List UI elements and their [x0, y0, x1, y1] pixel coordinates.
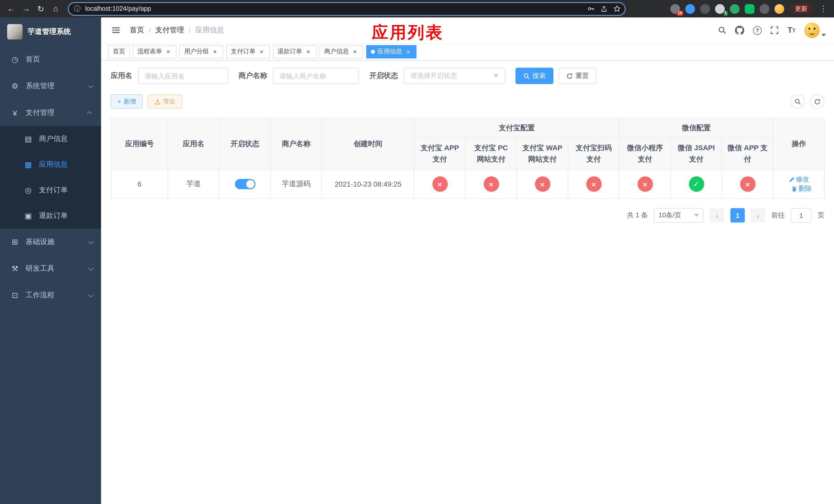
- page-content: 应用名 商户名称 开启状态 请选择开启状态 搜索: [101, 61, 834, 504]
- col-merchant: 商户名称: [270, 118, 322, 169]
- tab-merchant-info[interactable]: 商户信息: [320, 45, 363, 58]
- github-icon[interactable]: [735, 26, 744, 35]
- plus-icon: +: [117, 98, 121, 105]
- status-select[interactable]: 请选择开启状态: [404, 68, 505, 84]
- edit-link-label: 修改: [796, 175, 809, 184]
- password-key-icon[interactable]: [587, 5, 594, 12]
- col-app-id: 应用编号: [111, 118, 168, 169]
- toggle-search-button[interactable]: [790, 94, 805, 109]
- add-button[interactable]: + 新增: [111, 94, 142, 109]
- extension-icon[interactable]: [745, 4, 754, 14]
- tab-home[interactable]: 首页: [108, 45, 130, 58]
- sidebar-item-dev-tools[interactable]: ⚒ 研发工具: [0, 255, 101, 282]
- sidebar-logo-row[interactable]: 芋道管理系统: [0, 18, 101, 46]
- sidebar: 芋道管理系统 ◷ 首页 ⚙ 系统管理 ¥ 支付管理: [0, 18, 101, 504]
- app-name-input[interactable]: [145, 72, 222, 80]
- help-icon[interactable]: ?: [753, 26, 762, 35]
- sidebar-item-pay-order[interactable]: ◎ 支付订单: [0, 177, 101, 203]
- breadcrumb-payment[interactable]: 支付管理: [155, 26, 184, 35]
- close-icon[interactable]: [405, 48, 412, 55]
- edit-link[interactable]: 修改: [789, 175, 809, 184]
- pagination-total: 共 1 条: [627, 211, 648, 220]
- cell-wx-jsapi: ✓: [671, 169, 722, 199]
- pagination: 共 1 条 10条/页 ‹ 1 › 前往 页: [111, 208, 824, 223]
- merchant-name-input[interactable]: [280, 72, 352, 80]
- extension-icon[interactable]: 1: [715, 4, 725, 14]
- close-icon[interactable]: [351, 48, 358, 55]
- refund-doc-icon: ▣: [24, 211, 33, 221]
- user-menu[interactable]: [804, 23, 826, 38]
- sidebar-item-app-info[interactable]: ▦ 应用信息: [0, 152, 101, 177]
- config-status-icon: ✓: [688, 176, 704, 192]
- address-bar[interactable]: ⓘ localhost:1024/pay/app: [68, 2, 626, 16]
- user-avatar: [804, 23, 820, 38]
- search-button[interactable]: 搜索: [515, 68, 553, 84]
- export-button[interactable]: 导出: [148, 94, 182, 109]
- extensions-area: 10 1 更新 ⋮: [627, 3, 830, 14]
- tab-process-form[interactable]: 流程表单: [133, 45, 176, 58]
- prev-page-button[interactable]: ‹: [710, 208, 724, 223]
- close-icon[interactable]: [258, 48, 265, 55]
- browser-update-button[interactable]: 更新: [789, 3, 813, 14]
- close-icon[interactable]: [211, 48, 219, 55]
- search-icon[interactable]: [718, 26, 726, 35]
- tab-refund-order[interactable]: 退款订单: [273, 45, 316, 58]
- sidebar-collapse-icon[interactable]: [109, 26, 123, 35]
- browser-home-icon[interactable]: ⌂: [49, 2, 63, 16]
- sidebar-item-merchant-info[interactable]: ▤ 商户信息: [0, 126, 101, 152]
- browser-forward-icon[interactable]: →: [19, 2, 33, 16]
- app-name-field: [138, 68, 228, 84]
- tab-user-group[interactable]: 用户分组: [179, 45, 223, 58]
- page-size-select[interactable]: 10条/页: [654, 208, 704, 223]
- browser-reload-icon[interactable]: ↻: [34, 2, 48, 16]
- sidebar-item-refund-order[interactable]: ▣ 退款订单: [0, 203, 101, 229]
- refresh-button[interactable]: [810, 94, 824, 109]
- bookmark-star-icon[interactable]: [613, 5, 621, 12]
- page-1-button[interactable]: 1: [730, 208, 745, 223]
- share-icon[interactable]: [601, 5, 607, 12]
- close-icon[interactable]: [305, 48, 312, 55]
- fullscreen-icon[interactable]: [770, 26, 778, 35]
- infra-icon: ⊞: [10, 237, 20, 247]
- browser-back-icon[interactable]: ←: [4, 2, 18, 16]
- next-page-button[interactable]: ›: [751, 208, 765, 223]
- cell-merchant: 芋道源码: [270, 169, 322, 199]
- add-button-label: 新增: [124, 97, 136, 106]
- goto-page-input[interactable]: [791, 208, 811, 223]
- config-status-icon: ×: [535, 176, 550, 192]
- sidebar-item-payment[interactable]: ¥ 支付管理: [0, 99, 101, 126]
- sidebar-item-infrastructure[interactable]: ⊞ 基础设施: [0, 229, 101, 255]
- gear-icon: ⚙: [10, 82, 20, 91]
- sidebar-item-label: 基础设施: [26, 237, 54, 247]
- col-app-name: 应用名: [168, 118, 219, 169]
- extensions-puzzle-icon[interactable]: [760, 4, 769, 14]
- config-status-icon: ×: [432, 176, 447, 192]
- toggle-knob: [246, 180, 254, 188]
- site-info-icon[interactable]: ⓘ: [74, 4, 81, 13]
- delete-link[interactable]: 删除: [791, 184, 812, 193]
- extension-icon[interactable]: 10: [671, 4, 680, 14]
- sidebar-item-home[interactable]: ◷ 首页: [0, 46, 101, 73]
- reset-button[interactable]: 重置: [558, 68, 596, 84]
- browser-profile-avatar[interactable]: [774, 4, 784, 14]
- col-created: 创建时间: [322, 118, 414, 169]
- breadcrumb-home[interactable]: 首页: [130, 26, 144, 35]
- chevron-down-icon: [493, 74, 499, 77]
- app-logo: [7, 24, 23, 40]
- tab-pay-order[interactable]: 支付订单: [226, 45, 270, 58]
- sidebar-item-workflow[interactable]: ⊡ 工作流程: [0, 282, 101, 308]
- close-icon[interactable]: [164, 48, 172, 55]
- status-toggle[interactable]: [235, 179, 255, 189]
- sidebar-item-label: 首页: [26, 55, 40, 64]
- sidebar-menu: ◷ 首页 ⚙ 系统管理 ¥ 支付管理 ▤ 商户信息: [0, 46, 101, 308]
- sidebar-item-system[interactable]: ⚙ 系统管理: [0, 73, 101, 99]
- col-alipay-wap: 支付宝 WAP 网站支付: [517, 138, 568, 169]
- extension-icon[interactable]: [700, 4, 710, 14]
- font-size-icon[interactable]: TT: [787, 26, 795, 35]
- cell-wx-app: ×: [722, 169, 773, 199]
- chevron-down-icon: [88, 83, 93, 88]
- extension-icon[interactable]: [730, 4, 740, 14]
- extension-icon[interactable]: [685, 4, 695, 14]
- browser-menu-icon[interactable]: ⋮: [818, 4, 829, 13]
- tab-app-info[interactable]: 应用信息: [366, 45, 416, 58]
